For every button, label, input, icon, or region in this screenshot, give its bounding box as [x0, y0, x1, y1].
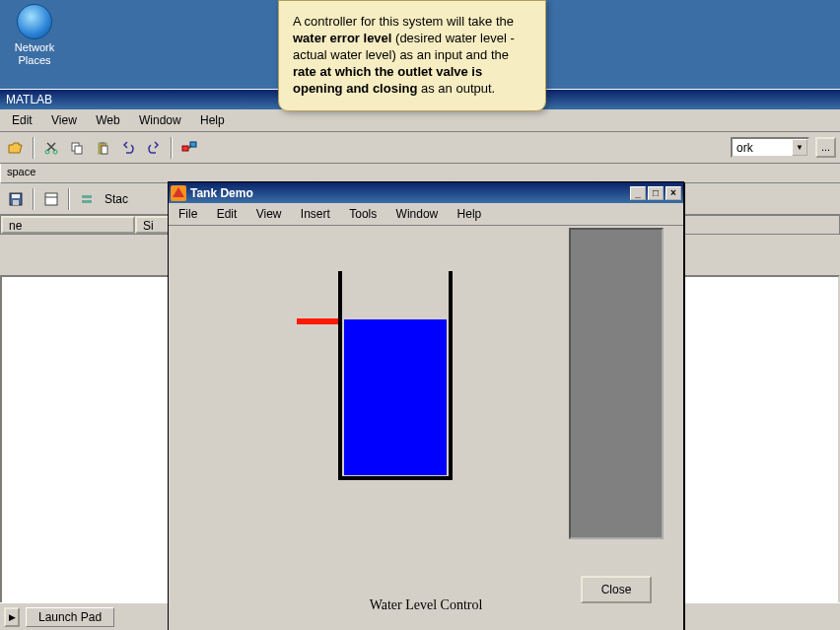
menu-view[interactable]: View [43, 111, 85, 129]
menu-web[interactable]: Web [88, 111, 127, 129]
stack-label: Stac [105, 192, 128, 206]
simulink-button[interactable] [177, 136, 201, 159]
separator [33, 188, 35, 210]
minimize-button[interactable]: _ [630, 186, 646, 200]
tank-menu-file[interactable]: File [171, 205, 205, 223]
svg-rect-7 [182, 146, 188, 151]
open-button[interactable] [4, 136, 28, 159]
tooltip-bold-1: water error level [293, 31, 391, 45]
svg-rect-15 [82, 200, 92, 203]
folder-open-icon [8, 141, 24, 155]
tank-menu-tools[interactable]: Tools [341, 205, 385, 223]
pane-icon [44, 192, 58, 206]
tank-wall-left [338, 271, 342, 478]
undo-button[interactable] [116, 136, 140, 159]
pane-button[interactable] [39, 187, 63, 210]
scissors-icon [44, 141, 58, 155]
menu-help[interactable]: Help [192, 111, 233, 129]
help-tooltip: A controller for this system will take t… [278, 0, 546, 111]
desktop-icon-network-places[interactable]: NetworkPlaces [0, 0, 69, 67]
col-name[interactable]: ne [1, 216, 135, 234]
workspace-label: space [7, 166, 35, 177]
separator [33, 137, 35, 159]
copy-icon [70, 141, 84, 155]
svg-rect-12 [45, 193, 57, 205]
clipboard-icon [96, 141, 109, 155]
globe-icon [17, 4, 52, 39]
svg-rect-6 [102, 146, 107, 154]
stack-icon [80, 192, 94, 206]
separator [68, 188, 70, 210]
figure-caption: Water Level Control [169, 597, 683, 613]
tank-menu-window[interactable]: Window [388, 205, 447, 223]
desktop-icon-label: NetworkPlaces [0, 41, 69, 67]
tank-title-text: Tank Demo [190, 186, 628, 200]
matlab-figure-icon [171, 185, 186, 201]
tank-titlebar[interactable]: Tank Demo _ □ × [169, 182, 683, 203]
tank-menu-view[interactable]: View [248, 205, 290, 223]
tank-menubar: File Edit View Insert Tools Window Help [169, 203, 683, 226]
save-button[interactable] [4, 187, 28, 210]
level-slider[interactable] [569, 228, 664, 539]
floppy-icon [9, 192, 23, 206]
svg-rect-14 [82, 195, 92, 198]
workspace-panel-title: space [0, 164, 840, 183]
combo-text: ork [733, 141, 792, 155]
tab-scroll-button[interactable]: ▶ [4, 607, 20, 627]
menu-edit[interactable]: Edit [4, 111, 40, 129]
tooltip-text-3: as an output. [417, 81, 495, 96]
cut-button[interactable] [39, 136, 63, 159]
tank-menu-help[interactable]: Help [450, 205, 490, 223]
tank-menu-insert[interactable]: Insert [293, 205, 338, 223]
matlab-toolbar: ork ▼ ... [0, 132, 840, 164]
undo-icon [121, 141, 135, 155]
browse-button[interactable]: ... [815, 137, 836, 158]
tank-wall-right [449, 271, 453, 478]
simulink-icon [181, 140, 197, 156]
svg-rect-3 [75, 146, 82, 154]
svg-rect-11 [13, 200, 19, 205]
water-fill [344, 319, 447, 475]
tooltip-text-1: A controller for this system will take t… [293, 14, 514, 29]
tank-demo-window: Tank Demo _ □ × File Edit View Insert To… [168, 181, 684, 630]
tab-launch-pad[interactable]: Launch Pad [26, 607, 114, 627]
svg-rect-8 [190, 142, 196, 147]
matlab-menubar: Edit View Web Window Help [0, 109, 840, 132]
stack-view-button[interactable] [75, 187, 99, 210]
paste-button[interactable] [91, 136, 114, 159]
tank-diagram [338, 271, 453, 480]
redo-button[interactable] [142, 136, 166, 159]
setpoint-marker [297, 318, 338, 324]
close-window-button[interactable]: × [665, 186, 681, 200]
menu-window[interactable]: Window [131, 111, 189, 129]
matlab-title-text: MATLAB [6, 93, 52, 106]
current-directory-combo[interactable]: ork ▼ [731, 137, 809, 158]
col-size[interactable]: Si [135, 216, 171, 234]
tank-wall-bottom [338, 476, 453, 480]
maximize-button[interactable]: □ [648, 186, 664, 200]
dropdown-arrow-icon[interactable]: ▼ [792, 139, 807, 156]
redo-icon [147, 141, 161, 155]
tank-menu-edit[interactable]: Edit [209, 205, 245, 223]
svg-rect-5 [101, 142, 105, 144]
svg-rect-10 [12, 194, 20, 198]
tank-figure-area: Close Water Level Control [169, 226, 683, 630]
copy-button[interactable] [65, 136, 89, 159]
separator [171, 137, 173, 159]
